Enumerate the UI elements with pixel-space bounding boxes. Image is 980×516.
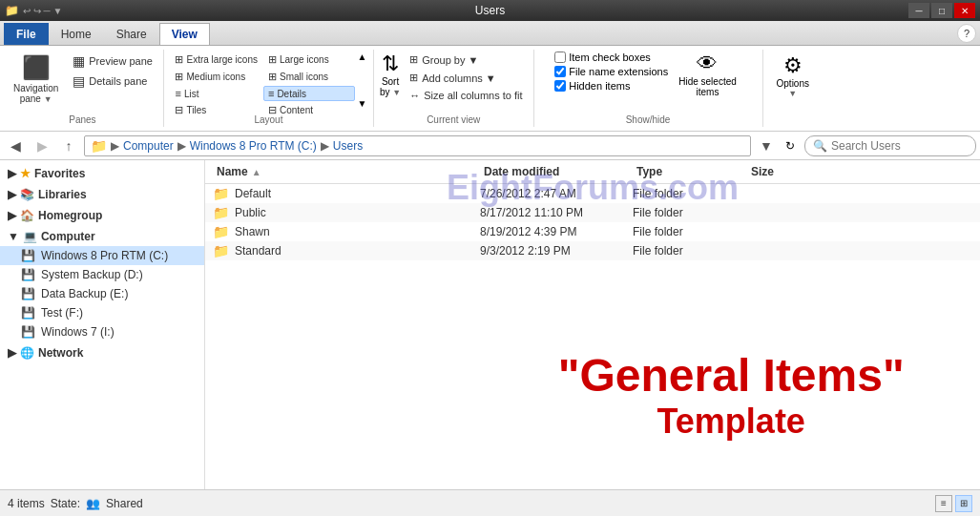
sidebar-item-d-drive[interactable]: 💾 System Backup (D:) (0, 265, 204, 284)
favorites-arrow: ▶ (8, 167, 16, 180)
hide-selected-button[interactable]: 👁 Hide selecteditems (674, 52, 741, 97)
layout-group-label: Layout (254, 114, 282, 125)
sidebar-item-c-drive[interactable]: 💾 Windows 8 Pro RTM (C:) (0, 246, 204, 265)
details-view-icon[interactable]: ≡ (935, 495, 952, 512)
sidebar-item-e-drive[interactable]: 💾 Data Backup (E:) (0, 284, 204, 303)
file-name-shawn: 📁 Shawn (213, 224, 480, 239)
computer-icon: 💻 (23, 230, 37, 243)
sidebar-homegroup-header[interactable]: ▶ 🏠 Homegroup (0, 206, 204, 225)
network-label: Network (38, 346, 83, 360)
refresh-button[interactable]: ↻ (780, 135, 801, 156)
search-box[interactable]: 🔍 (804, 135, 976, 156)
file-list: 📁 Default 7/26/2012 2:47 AM File folder … (205, 184, 980, 489)
tab-share[interactable]: Share (104, 23, 159, 45)
address-dropdown[interactable]: ▼ (755, 135, 778, 156)
details-pane-button[interactable]: ▤ Details pane (68, 72, 157, 91)
list-button[interactable]: ≡ List (170, 86, 261, 101)
file-date-shawn: 8/19/2012 4:39 PM (480, 225, 633, 238)
panes-nav-row: ⬛ Navigationpane ▼ ▦ Preview pane ▤ Deta… (8, 52, 157, 107)
ribbon-group-options: ⚙ Options ▼ (763, 50, 823, 127)
address-controls: ▼ ↻ (755, 135, 801, 156)
e-drive-label: Data Backup (E:) (41, 287, 128, 300)
title-bar: 📁 ↩ ↪ ─ ▼ Users ─ □ ✕ (0, 0, 980, 21)
layout-scroll-down[interactable]: ▼ (357, 98, 366, 109)
panes-small-btns: ▦ Preview pane ▤ Details pane (68, 52, 157, 107)
up-button[interactable]: ↑ (57, 135, 80, 156)
col-size-header[interactable]: Size (747, 162, 843, 181)
sidebar-libraries-header[interactable]: ▶ 📚 Libraries (0, 185, 204, 204)
sidebar-item-f-drive[interactable]: 💾 Test (F:) (0, 303, 204, 322)
ribbon-help-area: ? (957, 24, 976, 45)
folder-icon-default: 📁 (213, 186, 229, 201)
i-drive-label: Windows 7 (I:) (41, 325, 115, 339)
forward-button[interactable]: ▶ (31, 135, 53, 156)
title-bar-left: 📁 ↩ ↪ ─ ▼ (5, 4, 62, 17)
maximize-button[interactable]: □ (931, 3, 952, 18)
tiles-icon: ⊟ (175, 104, 183, 116)
file-type-default: File folder (633, 187, 747, 200)
status-left: 4 items State: 👥 Shared (8, 497, 143, 510)
layout-scroll-up[interactable]: ▲ (357, 52, 366, 62)
f-drive-icon: 💾 (21, 306, 35, 320)
address-bar[interactable]: 📁 ▶ Computer ▶ Windows 8 Pro RTM (C:) ▶ … (84, 135, 751, 156)
list-icon: ≡ (175, 88, 180, 99)
options-button[interactable]: ⚙ Options ▼ (769, 52, 817, 100)
d-drive-label: System Backup (D:) (41, 268, 143, 281)
file-row-standard[interactable]: 📁 Standard 9/3/2012 2:19 PM File folder (205, 241, 980, 260)
small-icons-button[interactable]: ⊞ Small icons (263, 69, 355, 85)
size-all-button[interactable]: ↔ Size all columns to fit (405, 88, 527, 103)
large-icon-view[interactable]: ⊞ (955, 495, 972, 512)
item-check-boxes-label: Item check boxes (569, 52, 651, 63)
tab-file[interactable]: File (4, 23, 49, 45)
file-row-public[interactable]: 📁 Public 8/17/2012 11:10 PM File folder (205, 203, 980, 222)
file-row-shawn[interactable]: 📁 Shawn 8/19/2012 4:39 PM File folder (205, 222, 980, 241)
breadcrumb-users[interactable]: Users (329, 139, 366, 153)
search-icon: 🔍 (813, 139, 827, 153)
breadcrumb: ▶ (111, 139, 119, 153)
file-type-shawn: File folder (633, 225, 747, 238)
homegroup-label: Homegroup (38, 209, 102, 222)
details-icon: ▤ (73, 73, 85, 89)
breadcrumb-computer[interactable]: Computer (119, 139, 177, 153)
file-row-default[interactable]: 📁 Default 7/26/2012 2:47 AM File folder (205, 184, 980, 203)
item-check-boxes-checkbox[interactable] (554, 52, 566, 63)
size-all-icon: ↔ (409, 90, 420, 101)
breadcrumb-drive[interactable]: Windows 8 Pro RTM (C:) (186, 139, 321, 153)
preview-pane-button[interactable]: ▦ Preview pane (68, 52, 157, 71)
file-name-extensions-checkbox[interactable] (554, 66, 566, 77)
quick-access-icons: ↩ ↪ ─ ▼ (23, 6, 62, 16)
col-type-header[interactable]: Type (633, 162, 747, 181)
navigation-pane-button[interactable]: ⬛ Navigationpane ▼ (8, 52, 64, 107)
add-columns-button[interactable]: ⊞ Add columns ▼ (405, 70, 527, 86)
hide-selected-label: Hide selecteditems (678, 76, 737, 97)
add-cols-icon: ⊞ (409, 72, 418, 84)
extra-large-icons-button[interactable]: ⊞ Extra large icons (170, 52, 261, 68)
size-col-label: Size (751, 165, 774, 178)
folder-icon-shawn: 📁 (213, 224, 229, 239)
sort-by-button[interactable]: ⇅ Sortby ▼ (380, 52, 401, 97)
e-drive-icon: 💾 (21, 287, 35, 300)
window-title: Users (475, 4, 505, 17)
group-by-button[interactable]: ⊞ Group by ▼ (405, 52, 527, 68)
hidden-items-checkbox[interactable] (554, 80, 566, 92)
help-button[interactable]: ? (957, 24, 976, 43)
options-icon: ⚙ (783, 53, 803, 78)
medium-icons-button[interactable]: ⊞ Medium icons (170, 69, 261, 85)
tab-view[interactable]: View (159, 23, 210, 45)
large-icons-button[interactable]: ⊞ Large icons (263, 52, 355, 68)
sidebar-computer-header[interactable]: ▼ 💻 Computer (0, 227, 204, 246)
col-name-header[interactable]: Name ▲ (213, 162, 480, 181)
sidebar-item-i-drive[interactable]: 💾 Windows 7 (I:) (0, 322, 204, 341)
tab-home[interactable]: Home (49, 23, 104, 45)
close-button[interactable]: ✕ (954, 3, 975, 18)
search-input[interactable] (831, 139, 968, 153)
back-button[interactable]: ◀ (4, 135, 27, 156)
options-arrow: ▼ (788, 89, 797, 98)
details-icon: ≡ (268, 88, 274, 99)
sidebar-favorites-header[interactable]: ▶ ★ Favorites (0, 164, 204, 183)
sidebar-network-header[interactable]: ▶ 🌐 Network (0, 343, 204, 362)
details-button[interactable]: ≡ Details (263, 86, 355, 101)
minimize-button[interactable]: ─ (908, 3, 929, 18)
tiles-button[interactable]: ⊟ Tiles (170, 102, 261, 118)
col-date-header[interactable]: Date modified (480, 162, 633, 181)
